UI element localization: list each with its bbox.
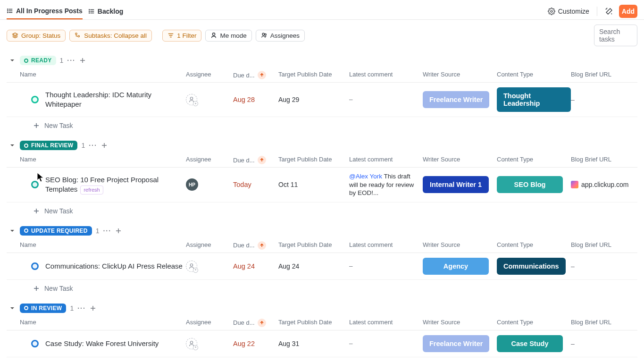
- col-header-writer-source[interactable]: Writer Source: [423, 156, 497, 164]
- col-header-url[interactable]: Blog Brief URL: [571, 241, 637, 250]
- new-task-button[interactable]: New Task: [7, 280, 637, 293]
- col-header-assignee[interactable]: Assignee: [186, 319, 233, 327]
- task-row[interactable]: Communications: ClickUp AI Press Release…: [7, 253, 637, 280]
- sort-asc-icon[interactable]: [258, 156, 266, 164]
- latest-comment[interactable]: @Alex York This draft will be ready for …: [349, 172, 423, 197]
- content-type-label[interactable]: Thought Leadership: [497, 87, 571, 112]
- col-header-target[interactable]: Target Publish Date: [278, 71, 349, 79]
- col-header-comment[interactable]: Latest comment: [349, 156, 423, 164]
- sort-asc-icon[interactable]: [258, 319, 266, 327]
- group-more-button[interactable]: ···: [89, 142, 97, 149]
- group-add-button[interactable]: [79, 57, 86, 64]
- writer-source-label[interactable]: Freelance Writer: [423, 91, 489, 108]
- col-header-name[interactable]: Name: [7, 319, 186, 327]
- assignees-chip[interactable]: Assignees: [256, 30, 305, 42]
- col-header-name[interactable]: Name: [7, 156, 186, 164]
- status-pill-in_review[interactable]: IN REVIEW: [20, 304, 66, 313]
- col-header-name[interactable]: Name: [7, 71, 186, 79]
- task-status-circle[interactable]: [31, 340, 39, 347]
- due-date[interactable]: Aug 24: [233, 262, 278, 270]
- task-row[interactable]: Case Study: Wake Forest University + Aug…: [7, 330, 637, 357]
- assign-button[interactable]: +: [186, 261, 197, 272]
- col-header-writer-source[interactable]: Writer Source: [423, 71, 497, 79]
- writer-source-label[interactable]: Freelance Writer: [423, 335, 489, 352]
- col-header-comment[interactable]: Latest comment: [349, 241, 423, 250]
- task-name[interactable]: Communications: ClickUp AI Press Release: [45, 262, 186, 271]
- col-header-due[interactable]: Due d...: [233, 241, 278, 250]
- col-header-target[interactable]: Target Publish Date: [278, 319, 349, 327]
- search-input[interactable]: Search tasks: [594, 25, 637, 46]
- new-task-button[interactable]: New Task: [7, 117, 637, 130]
- new-task-button[interactable]: New Task: [7, 203, 637, 216]
- col-header-target[interactable]: Target Publish Date: [278, 156, 349, 164]
- sort-asc-icon[interactable]: [258, 71, 266, 79]
- task-status-circle[interactable]: [31, 262, 39, 270]
- col-header-content-type[interactable]: Content Type: [497, 319, 571, 327]
- collapse-icon[interactable]: [8, 57, 16, 64]
- task-name[interactable]: Case Study: Wake Forest University: [45, 339, 186, 348]
- content-type-label[interactable]: SEO Blog: [497, 176, 563, 193]
- writer-source-label[interactable]: Agency: [423, 258, 489, 275]
- collapse-icon[interactable]: [8, 304, 16, 312]
- task-name[interactable]: Thought Leadership: IDC Maturity Whitepa…: [45, 90, 186, 110]
- group-add-button[interactable]: [101, 142, 108, 149]
- col-header-comment[interactable]: Latest comment: [349, 71, 423, 79]
- latest-comment[interactable]: –: [349, 95, 423, 104]
- status-pill-update_required[interactable]: UPDATE REQUIRED: [20, 226, 92, 236]
- target-date[interactable]: Aug 24: [278, 262, 349, 270]
- latest-comment[interactable]: –: [349, 262, 423, 270]
- group-more-button[interactable]: ···: [103, 227, 111, 235]
- filter-chip[interactable]: 1 Filter: [162, 30, 201, 42]
- tab-all-in-progress[interactable]: All In Progress Posts: [7, 3, 83, 19]
- group-chip[interactable]: Group: Status: [7, 30, 66, 42]
- collapse-icon[interactable]: [8, 142, 16, 149]
- col-header-url[interactable]: Blog Brief URL: [571, 71, 637, 79]
- col-header-assignee[interactable]: Assignee: [186, 241, 233, 250]
- avatar[interactable]: HP: [186, 178, 198, 191]
- col-header-assignee[interactable]: Assignee: [186, 71, 233, 79]
- status-pill-final_review[interactable]: FINAL REVIEW: [20, 141, 77, 150]
- col-header-content-type[interactable]: Content Type: [497, 241, 571, 250]
- col-header-writer-source[interactable]: Writer Source: [423, 241, 497, 250]
- col-header-url[interactable]: Blog Brief URL: [571, 156, 637, 164]
- sort-asc-icon[interactable]: [258, 241, 266, 250]
- assign-button[interactable]: +: [186, 338, 197, 349]
- status-pill-ready[interactable]: READY: [20, 56, 56, 65]
- task-row[interactable]: Thought Leadership: IDC Maturity Whitepa…: [7, 83, 637, 117]
- task-row[interactable]: SEO Blog: 10 Free Project Proposal Templ…: [7, 168, 637, 203]
- subtasks-chip[interactable]: Subtasks: Collapse all: [69, 30, 152, 42]
- col-header-due[interactable]: Due d...: [233, 156, 278, 164]
- due-date[interactable]: Aug 22: [233, 340, 278, 347]
- content-type-label[interactable]: Communications: [497, 258, 566, 275]
- col-header-name[interactable]: Name: [7, 241, 186, 250]
- col-header-writer-source[interactable]: Writer Source: [423, 319, 497, 327]
- target-date[interactable]: Aug 29: [278, 96, 349, 103]
- latest-comment[interactable]: –: [349, 339, 423, 348]
- col-header-due[interactable]: Due d...: [233, 319, 278, 327]
- writer-source-label[interactable]: Internal Writer 1: [423, 176, 489, 193]
- group-more-button[interactable]: ···: [67, 57, 75, 64]
- customize-button[interactable]: Customize: [548, 8, 589, 15]
- wand-icon[interactable]: [605, 7, 613, 16]
- task-name[interactable]: SEO Blog: 10 Free Project Proposal Templ…: [45, 175, 186, 194]
- col-header-due[interactable]: Due d...: [233, 71, 278, 79]
- new-task-button[interactable]: New Task: [7, 357, 637, 363]
- task-status-circle[interactable]: [31, 181, 39, 188]
- task-status-circle[interactable]: [31, 96, 39, 103]
- task-tag[interactable]: refresh: [80, 186, 103, 194]
- col-header-url[interactable]: Blog Brief URL: [571, 319, 637, 327]
- target-date[interactable]: Aug 31: [278, 340, 349, 347]
- content-type-label[interactable]: Case Study: [497, 335, 563, 352]
- col-header-target[interactable]: Target Publish Date: [278, 241, 349, 250]
- assign-button[interactable]: +: [186, 94, 197, 105]
- collapse-icon[interactable]: [8, 227, 16, 235]
- url-link[interactable]: app.clickup.com: [581, 181, 628, 188]
- mention[interactable]: @Alex York: [349, 173, 382, 180]
- due-date[interactable]: Today: [233, 181, 278, 188]
- tab-backlog[interactable]: Backlog: [88, 4, 123, 19]
- me-mode-chip[interactable]: Me mode: [205, 30, 251, 42]
- col-header-assignee[interactable]: Assignee: [186, 156, 233, 164]
- group-add-button[interactable]: [115, 228, 122, 234]
- group-add-button[interactable]: [90, 305, 96, 312]
- col-header-content-type[interactable]: Content Type: [497, 156, 571, 164]
